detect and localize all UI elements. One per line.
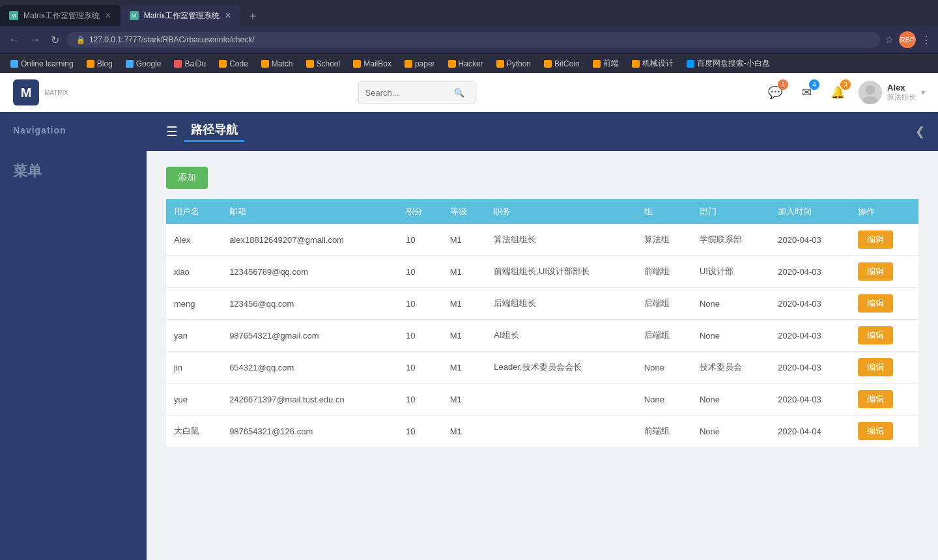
bookmark-python[interactable]: Python (491, 58, 536, 70)
reload-button[interactable]: ↻ (48, 34, 62, 46)
cell-username: Alex (166, 224, 221, 256)
tab-close-1[interactable]: ✕ (105, 11, 111, 20)
cell-score: 10 (398, 256, 442, 288)
tab-1[interactable]: M Matrix工作室管理系统 ✕ (0, 5, 121, 26)
cell-level: M1 (442, 415, 487, 447)
avatar (859, 81, 882, 104)
bookmark-icon (87, 60, 94, 68)
logo-text: MATRIX (44, 89, 68, 96)
lock-icon: 🔒 (76, 36, 85, 44)
cell-joindate: 2020-04-03 (770, 320, 849, 352)
app-logo: M MATRIX (13, 79, 68, 105)
content-area: ☰ 路径导航 ❮ 添加 用户名 邮箱 积分 等级 (147, 112, 938, 560)
edit-button[interactable]: 编辑 (858, 358, 893, 376)
cell-username: jin (166, 352, 221, 384)
breadcrumb-title: 路径导航 (184, 122, 244, 142)
top-navigation: M MATRIX 🔍 💬 3 ✉ 4 🔔 (0, 73, 938, 112)
cell-action: 编辑 (850, 384, 918, 415)
bookmark-icon (126, 60, 134, 68)
bookmark-label: 机械设计 (642, 58, 674, 69)
back-button[interactable]: ← (7, 34, 22, 46)
bookmarks-bar: Online learning Blog Google BaiDu Code M… (0, 53, 938, 73)
bookmark-icon (632, 60, 640, 68)
bookmark-bitcoin[interactable]: BitCoin (539, 58, 585, 70)
cell-level: M1 (442, 320, 487, 352)
col-dept: 部门 (692, 199, 770, 224)
col-joindate: 加入时间 (770, 199, 849, 224)
cell-group: 后端组 (636, 320, 692, 352)
browser-menu-button[interactable]: ⋮ (921, 34, 931, 46)
cell-duty (486, 415, 636, 447)
new-tab-button[interactable]: ＋ (240, 5, 265, 26)
edit-button[interactable]: 编辑 (858, 231, 893, 249)
bookmark-icon (405, 60, 412, 68)
message-icon-wrap[interactable]: 💬 3 (765, 82, 786, 103)
edit-button[interactable]: 编辑 (858, 326, 893, 344)
cell-group: 后端组 (636, 288, 692, 320)
bookmark-star-icon[interactable]: ☆ (885, 35, 894, 45)
bookmark-icon (448, 60, 456, 68)
bookmark-google[interactable]: Google (121, 58, 167, 70)
cell-email: alex18812649207@gmail.com (221, 224, 398, 256)
bookmark-baidu-disk[interactable]: 百度网盘搜索-小白盘 (681, 57, 775, 70)
bookmark-blog[interactable]: Blog (81, 58, 118, 70)
col-username: 用户名 (166, 199, 221, 224)
tab-2[interactable]: M Matrix工作室管理系统 ✕ (121, 5, 241, 26)
col-group: 组 (636, 199, 692, 224)
bookmark-label: Online learning (21, 59, 74, 68)
main-layout: Navigation 菜单 ☰ 路径导航 ❮ 添加 (0, 112, 938, 560)
sidebar: Navigation 菜单 (0, 112, 147, 560)
sub-header: ☰ 路径导航 ❮ (147, 112, 938, 151)
tab-bar: M Matrix工作室管理系统 ✕ M Matrix工作室管理系统 ✕ ＋ (0, 0, 938, 26)
edit-button[interactable]: 编辑 (858, 390, 893, 408)
cell-level: M1 (442, 288, 487, 320)
cell-email: 2426671397@mail.tust.edu.cn (221, 384, 398, 415)
search-input-wrap[interactable]: 🔍 (358, 81, 476, 104)
email-badge: 4 (809, 79, 819, 90)
bookmark-label: MailBox (363, 59, 391, 68)
cell-group: None (636, 384, 692, 415)
bookmark-icon (261, 60, 269, 68)
cell-dept: None (692, 415, 770, 447)
cell-dept: 学院联系部 (692, 224, 770, 256)
url-bar[interactable]: 🔒 127.0.0.1:7777/stark/RBAC/rbacuserinfo… (67, 32, 880, 48)
add-button[interactable]: 添加 (166, 167, 208, 189)
tab-title-2: Matrix工作室管理系统 (144, 10, 220, 21)
bookmark-code[interactable]: Code (214, 58, 253, 70)
cell-joindate: 2020-04-03 (770, 224, 849, 256)
bookmark-mechanical[interactable]: 机械设计 (627, 57, 679, 70)
tab-close-2[interactable]: ✕ (225, 11, 231, 20)
edit-button[interactable]: 编辑 (858, 422, 893, 440)
hamburger-button[interactable]: ☰ (160, 124, 184, 139)
bookmark-paper[interactable]: paper (399, 58, 440, 70)
bookmark-label: Blog (97, 59, 113, 68)
bookmark-icon (306, 60, 314, 68)
cell-score: 10 (398, 224, 442, 256)
cell-duty: Leader,技术委员会会长 (486, 352, 636, 384)
profile-icon[interactable]: RBP (899, 31, 916, 48)
edit-button[interactable]: 编辑 (858, 294, 893, 313)
bookmark-mailbox[interactable]: MailBox (348, 58, 397, 70)
email-icon-wrap[interactable]: ✉ 4 (796, 82, 817, 103)
bookmark-frontend[interactable]: 前端 (588, 57, 624, 70)
bookmark-school[interactable]: School (301, 58, 346, 70)
collapse-button[interactable]: ❮ (915, 124, 925, 139)
message-badge: 3 (778, 79, 788, 90)
cell-duty: 后端组组长 (486, 288, 636, 320)
cell-dept: None (692, 288, 770, 320)
cell-group: 前端组 (636, 256, 692, 288)
bookmark-hacker[interactable]: Hacker (443, 58, 489, 70)
bell-icon-wrap[interactable]: 🔔 3 (827, 82, 848, 103)
bookmark-online-learning[interactable]: Online learning (5, 58, 79, 70)
tab-title-1: Matrix工作室管理系统 (23, 10, 100, 21)
bookmark-icon (174, 60, 182, 68)
user-info[interactable]: Alex 算法组长 ▾ (859, 81, 925, 104)
forward-button[interactable]: → (27, 34, 43, 46)
search-input[interactable] (365, 88, 450, 98)
cell-email: 987654321@gmail.com (221, 320, 398, 352)
bookmark-baidu[interactable]: BaiDu (169, 58, 211, 70)
edit-button[interactable]: 编辑 (858, 262, 893, 281)
bookmark-match[interactable]: Match (256, 58, 298, 70)
bookmark-label: BitCoin (554, 59, 580, 68)
bookmark-label: Match (272, 59, 293, 68)
